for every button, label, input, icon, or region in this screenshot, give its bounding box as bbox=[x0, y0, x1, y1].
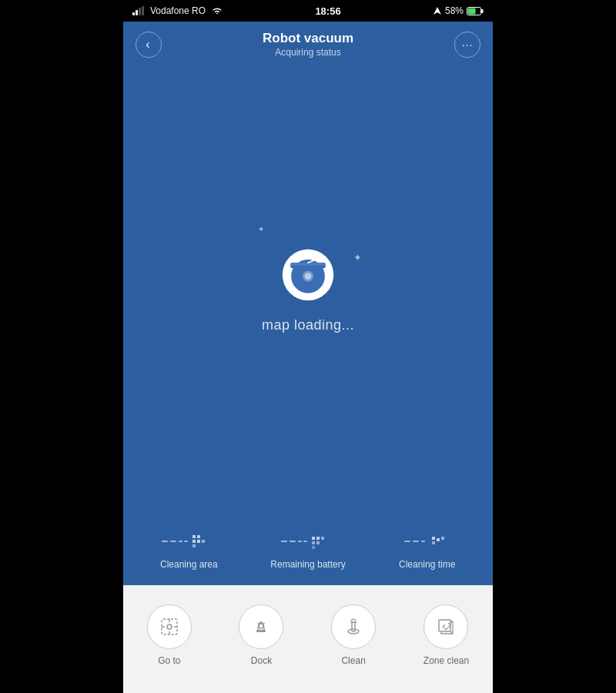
svg-rect-19 bbox=[197, 540, 200, 543]
wifi-icon bbox=[211, 6, 223, 15]
svg-rect-18 bbox=[192, 540, 196, 543]
status-left: Vodafone RO bbox=[132, 5, 223, 16]
app-header: ‹ Robot vacuum Acquiring status ··· bbox=[123, 22, 493, 64]
stat-remaining-battery: Remaining battery bbox=[249, 530, 368, 570]
svg-rect-37 bbox=[441, 537, 444, 540]
clean-icon bbox=[343, 616, 364, 638]
go-to-label: Go to bbox=[158, 655, 180, 666]
map-loading-text: map loading... bbox=[262, 317, 354, 333]
go-to-button[interactable]: Go to bbox=[147, 604, 192, 666]
zone-clean-icon bbox=[435, 616, 457, 638]
svg-marker-0 bbox=[434, 7, 441, 15]
map-area: ✦ ✦ map loading... bbox=[123, 64, 493, 517]
zone-clean-button[interactable]: Zone clean bbox=[424, 604, 469, 666]
dock-label: Dock bbox=[251, 655, 272, 666]
status-time: 18:56 bbox=[315, 5, 340, 17]
go-to-icon-circle bbox=[147, 604, 192, 649]
cleaning-area-label: Cleaning area bbox=[160, 559, 218, 570]
svg-rect-20 bbox=[202, 540, 205, 543]
dock-icon bbox=[250, 616, 272, 638]
svg-rect-21 bbox=[192, 544, 196, 547]
status-right: 58% bbox=[433, 5, 484, 16]
stat-cleaning-area: Cleaning area bbox=[129, 530, 249, 570]
svg-point-9 bbox=[305, 273, 312, 280]
back-button[interactable]: ‹ bbox=[136, 32, 162, 58]
sparkle-icon-1: ✦ bbox=[258, 225, 264, 233]
svg-rect-14 bbox=[179, 541, 182, 542]
header-title-area: Robot vacuum Acquiring status bbox=[263, 31, 353, 58]
svg-rect-26 bbox=[312, 537, 315, 540]
stats-bar: Cleaning area bbox=[123, 517, 493, 585]
svg-rect-28 bbox=[321, 537, 324, 540]
clean-label: Clean bbox=[341, 655, 365, 666]
bottom-toolbar: Go to Dock bbox=[123, 585, 493, 693]
app-subtitle: Acquiring status bbox=[263, 47, 353, 58]
location-icon bbox=[433, 6, 442, 15]
carrier-label: Vodafone RO bbox=[150, 5, 206, 16]
robot-vacuum-icon bbox=[281, 248, 335, 302]
svg-rect-30 bbox=[316, 541, 320, 544]
svg-line-49 bbox=[263, 623, 265, 624]
svg-rect-36 bbox=[437, 538, 440, 541]
main-area: ‹ Robot vacuum Acquiring status ··· ✦ ✦ bbox=[123, 22, 493, 585]
status-bar: Vodafone RO 18:56 58% bbox=[123, 0, 493, 22]
svg-rect-45 bbox=[256, 630, 266, 632]
svg-line-48 bbox=[258, 623, 259, 624]
svg-rect-38 bbox=[432, 541, 435, 544]
svg-rect-53 bbox=[439, 620, 450, 631]
svg-rect-13 bbox=[170, 541, 176, 542]
svg-rect-16 bbox=[192, 535, 196, 538]
clean-icon-circle bbox=[331, 604, 376, 649]
remaining-battery-label: Remaining battery bbox=[270, 559, 345, 570]
svg-rect-31 bbox=[312, 546, 315, 549]
dock-button[interactable]: Dock bbox=[239, 604, 283, 666]
stat-cleaning-time: Cleaning time bbox=[367, 530, 487, 570]
svg-rect-24 bbox=[298, 541, 302, 542]
cleaning-area-icon bbox=[162, 530, 216, 553]
svg-rect-32 bbox=[404, 541, 410, 542]
sparkle-icon-2: ✦ bbox=[353, 252, 362, 263]
more-dots-icon: ··· bbox=[462, 38, 474, 51]
svg-rect-33 bbox=[413, 541, 419, 542]
zone-clean-icon-circle bbox=[424, 604, 468, 649]
svg-rect-2 bbox=[468, 8, 476, 14]
battery-icon bbox=[467, 7, 484, 15]
cleaning-time-icon bbox=[404, 530, 450, 553]
svg-rect-27 bbox=[316, 537, 320, 540]
svg-rect-12 bbox=[162, 541, 168, 542]
svg-rect-17 bbox=[197, 535, 200, 538]
back-chevron-icon: ‹ bbox=[146, 38, 149, 51]
remaining-battery-icon bbox=[281, 530, 335, 553]
svg-point-40 bbox=[167, 624, 172, 629]
more-button[interactable]: ··· bbox=[454, 32, 480, 58]
app-title: Robot vacuum bbox=[263, 31, 353, 46]
svg-rect-29 bbox=[312, 541, 315, 544]
svg-point-11 bbox=[317, 256, 320, 259]
phone-screen: Vodafone RO 18:56 58% bbox=[123, 0, 493, 693]
svg-rect-51 bbox=[352, 622, 355, 631]
svg-rect-34 bbox=[421, 541, 425, 542]
svg-rect-25 bbox=[303, 541, 307, 542]
go-to-icon bbox=[159, 616, 180, 638]
dock-icon-circle bbox=[239, 604, 283, 649]
signal-icon bbox=[132, 6, 144, 15]
svg-rect-3 bbox=[481, 9, 484, 13]
battery-label: 58% bbox=[445, 5, 464, 16]
robot-icon-container: ✦ ✦ bbox=[281, 248, 335, 302]
svg-rect-15 bbox=[184, 541, 188, 542]
cleaning-time-label: Cleaning time bbox=[399, 559, 455, 570]
svg-rect-35 bbox=[432, 537, 435, 540]
svg-rect-22 bbox=[281, 541, 287, 542]
svg-rect-23 bbox=[290, 541, 296, 542]
svg-point-46 bbox=[259, 624, 263, 628]
clean-button[interactable]: Clean bbox=[331, 604, 376, 666]
zone-clean-label: Zone clean bbox=[424, 655, 469, 666]
